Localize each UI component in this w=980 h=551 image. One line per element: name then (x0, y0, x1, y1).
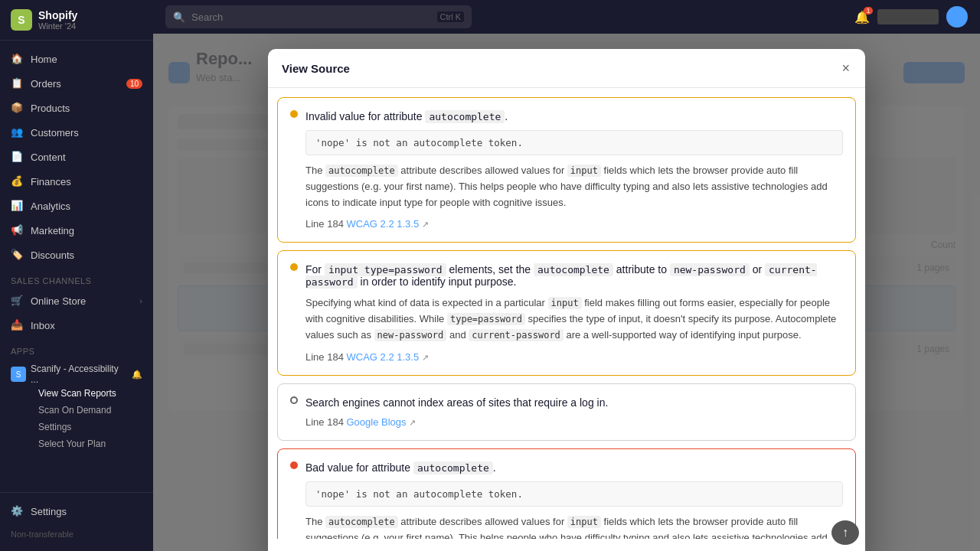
ext-link-3: ↗ (409, 418, 416, 427)
issue-card-4: Bad value for attribute autocomplete. 'n… (277, 448, 856, 539)
issue-code-block-1: 'nope' is not an autocomplete token. (305, 130, 843, 155)
sub-item-select-your-plan[interactable]: Select Your Plan (17, 435, 142, 452)
issue-content-1: Invalid value for attribute autocomplete… (290, 110, 843, 230)
sidebar-app-title: Shopify Winter '24 (38, 9, 77, 31)
issue-title-prefix-4: Bad value for attribute (305, 461, 413, 474)
products-icon: 📦 (11, 102, 23, 114)
sub-item-settings[interactable]: Settings (17, 419, 142, 435)
sidebar-item-label: Products (31, 103, 70, 114)
new-password-code: new-password (670, 263, 750, 276)
sidebar-item-online-store[interactable]: 🛒 Online Store › (0, 289, 153, 313)
issue-code-block-4: 'nope' is not an autocomplete token. (305, 481, 843, 507)
sidebar-item-label: Marketing (31, 225, 74, 236)
line-number-2: Line 184 (305, 351, 347, 363)
sidebar-item-content[interactable]: 📄 Content (0, 145, 153, 169)
sidebar-item-label: Settings (31, 506, 67, 517)
issue-content-2: For input type=password elements, set th… (290, 263, 843, 362)
ext-link-2: ↗ (422, 353, 429, 362)
input-code4: input (567, 516, 601, 528)
app-subtitle: Winter '24 (38, 21, 77, 31)
sidebar-item-settings-main[interactable]: ⚙️ Settings (0, 499, 153, 523)
scanify-app-section: S Scanify - Accessibility ... 🔔 View Sca… (0, 359, 153, 457)
line-number-3: Line 184 (305, 416, 347, 428)
sidebar-item-home[interactable]: 🏠 Home (0, 47, 153, 71)
sidebar-item-label: Discounts (31, 249, 74, 261)
autocomplete-code: autocomplete (325, 165, 398, 177)
sidebar-item-analytics[interactable]: 📊 Analytics (0, 194, 153, 218)
modal-header: View Source × (268, 49, 865, 88)
notification-icon[interactable]: 🔔 1 (854, 10, 870, 24)
line-number: Line 184 (305, 218, 347, 230)
topbar: 🔍 Ctrl K 🔔 1 (153, 0, 980, 34)
autocomplete-code4: autocomplete (413, 461, 493, 474)
sidebar-item-inbox[interactable]: 📥 Inbox (0, 313, 153, 337)
inbox-icon: 📥 (11, 319, 23, 331)
sub-item-label: Settings (38, 422, 71, 432)
sidebar-item-label: Orders (31, 78, 61, 90)
scanify-sub-items: View Scan Reports Scan On Demand Setting… (11, 385, 142, 452)
issue-indicator-1 (290, 110, 298, 118)
wcag-link-2[interactable]: WCAG 2.2 1.3.5 (347, 351, 420, 363)
search-input[interactable] (191, 11, 431, 23)
sidebar-item-customers[interactable]: 👥 Customers (0, 120, 153, 145)
issue-line-2: Line 184 WCAG 2.2 1.3.5 ↗ (305, 351, 843, 363)
current-password-code2: current-password (469, 329, 564, 341)
issue-title-for: For (305, 263, 325, 276)
sub-item-view-scan-reports[interactable]: View Scan Reports (17, 385, 142, 402)
online-store-icon: 🛒 (11, 295, 23, 307)
sidebar-item-finances[interactable]: 💰 Finances (0, 169, 153, 194)
modal-title: View Source (282, 62, 350, 75)
analytics-icon: 📊 (11, 200, 23, 212)
apps-label: Apps (0, 337, 153, 359)
modal-close-button[interactable]: × (840, 60, 851, 77)
issue-title-4: Bad value for attribute autocomplete. (305, 461, 843, 474)
modal-body[interactable]: Invalid value for attribute autocomplete… (268, 88, 865, 539)
issue-indicator-4 (290, 461, 298, 469)
issue-description-2: Specifying what kind of data is expected… (305, 295, 843, 343)
shopify-logo: S (11, 9, 32, 31)
sidebar-header: S Shopify Winter '24 (0, 0, 153, 41)
notification-badge: 1 (864, 7, 873, 15)
sidebar-item-label: Analytics (31, 201, 70, 212)
view-source-modal: View Source × Invalid value for attribut… (268, 49, 865, 551)
avatar (946, 6, 968, 28)
input-password-code: input type=password (325, 263, 446, 276)
search-bar[interactable]: 🔍 Ctrl K (165, 5, 472, 28)
sub-item-scan-on-demand[interactable]: Scan On Demand (17, 402, 142, 419)
sidebar-item-label: Finances (31, 176, 71, 187)
issue-content-3: Search engines cannot index areas of sit… (290, 396, 843, 428)
marketing-icon: 📢 (11, 224, 23, 236)
sidebar-item-marketing[interactable]: 📢 Marketing (0, 218, 153, 243)
new-password-code2: new-password (374, 329, 447, 341)
issue-title-text-3: Search engines cannot index areas of sit… (305, 396, 608, 409)
scanify-app-header[interactable]: S Scanify - Accessibility ... 🔔 (11, 364, 142, 385)
sidebar-item-products[interactable]: 📦 Products (0, 96, 153, 120)
issue-title-3: Search engines cannot index areas of sit… (305, 396, 843, 409)
modal-overlay: View Source × Invalid value for attribut… (153, 34, 980, 551)
content-area: Repo... Web sta... Count 1 pages (153, 34, 980, 551)
sidebar-item-label: Content (31, 152, 66, 163)
issue-description-1: The autocomplete attribute describes all… (305, 163, 843, 210)
scanify-app-icon: S (11, 367, 26, 382)
ext-link-1: ↗ (422, 220, 429, 229)
sub-item-label: Select Your Plan (38, 439, 106, 449)
issue-title-1: Invalid value for attribute autocomplete… (305, 110, 843, 122)
issue-title-suffix-4: . (493, 461, 496, 474)
sidebar-item-label: Inbox (31, 320, 55, 331)
sales-channels-label: Sales channels (0, 267, 153, 289)
sidebar: S Shopify Winter '24 🏠 Home 📋 Orders 10 … (0, 0, 153, 551)
issue-title-mid2: attribute to (613, 263, 670, 276)
sidebar-item-orders[interactable]: 📋 Orders 10 (0, 71, 153, 96)
expand-icon: › (139, 296, 142, 305)
issue-title-prefix: Invalid value for attribute (305, 110, 425, 122)
app-title: Shopify (38, 9, 77, 21)
scroll-to-top-button[interactable]: ↑ (831, 520, 859, 545)
search-icon: 🔍 (173, 11, 185, 23)
settings-icon: ⚙️ (11, 505, 23, 517)
autocomplete-code2: autocomplete (534, 263, 613, 276)
google-blogs-link[interactable]: Google Blogs (347, 416, 407, 428)
wcag-link-1[interactable]: WCAG 2.2 1.3.5 (347, 218, 420, 230)
sidebar-item-discounts[interactable]: 🏷️ Discounts (0, 243, 153, 267)
search-shortcut: Ctrl K (437, 11, 465, 22)
sidebar-bottom: ⚙️ Settings Non-transferable (0, 492, 153, 551)
